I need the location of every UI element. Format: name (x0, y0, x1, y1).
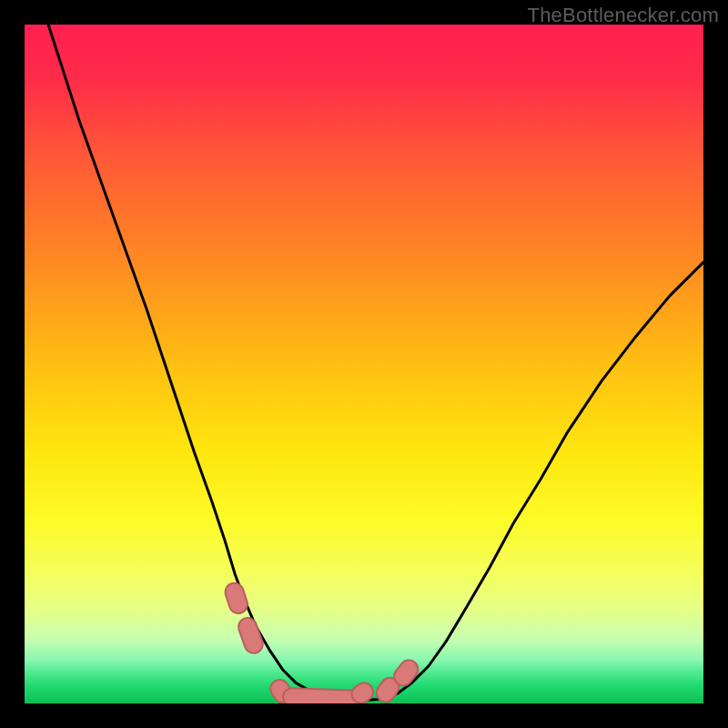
plot-area (25, 25, 703, 703)
chart-svg (25, 25, 703, 703)
outer-frame: TheBottlenecker.com (0, 0, 728, 728)
watermark-text: TheBottlenecker.com (528, 4, 719, 27)
gradient-background (25, 25, 703, 703)
